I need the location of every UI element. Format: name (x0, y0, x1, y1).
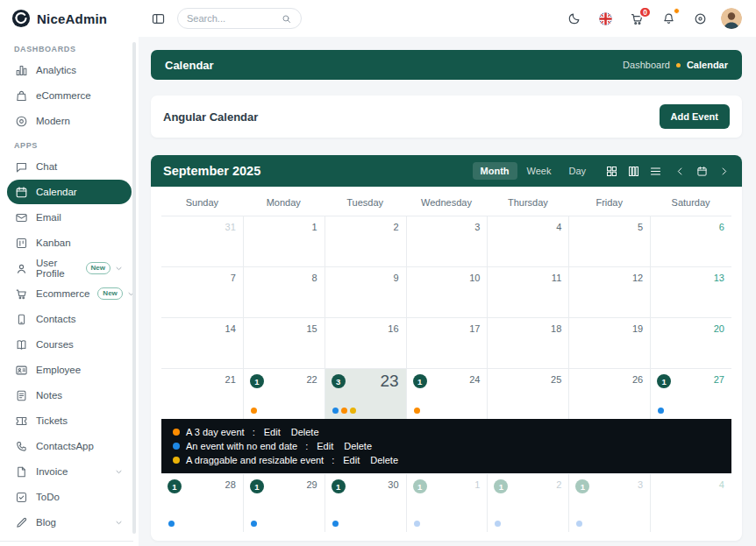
sidebar-item[interactable]: Notes (7, 383, 132, 408)
layout-icon-button[interactable] (605, 165, 618, 178)
sidebar-toggle-icon[interactable] (151, 11, 166, 26)
phone-call-icon (15, 440, 28, 453)
calendar-toolbar: September 2025 MonthWeekDay (151, 155, 742, 187)
user-avatar[interactable] (721, 8, 742, 29)
calendar-day-cell[interactable]: 1 1 (406, 474, 488, 532)
calendar-day-cell[interactable]: 31 (161, 216, 243, 266)
calendar-day-cell[interactable]: 14 (161, 318, 243, 368)
sidebar-item[interactable]: Invoice (7, 459, 132, 484)
sidebar-item[interactable]: ToDo (7, 485, 132, 509)
breadcrumb-dashboard-link[interactable]: Dashboard (623, 60, 670, 70)
sidebar-item[interactable]: ContactsApp (7, 434, 132, 458)
nav-icon-button[interactable] (674, 166, 686, 177)
sidebar-item[interactable]: Ecommerce New (7, 281, 132, 306)
topbar-action-button[interactable]: 0 (630, 11, 645, 26)
calendar-day-cell[interactable]: 3 23 (325, 369, 406, 419)
calendar-day-cell[interactable]: 1 29 (243, 474, 325, 532)
nav-icon-button[interactable] (696, 166, 708, 177)
calendar-day-cell[interactable]: 1 24 (406, 369, 488, 419)
sidebar-section-items: Chat Calendar (0, 154, 139, 535)
sidebar-item[interactable]: Modern (7, 109, 132, 133)
sidebar-item[interactable]: Tickets (7, 408, 132, 433)
calendar-day-cell[interactable]: 18 (487, 318, 568, 368)
topbar-action-button[interactable] (598, 11, 613, 26)
event-edit-link[interactable]: Edit (343, 455, 360, 465)
sidebar-item[interactable]: Email (7, 205, 132, 230)
day-number: 10 (469, 273, 480, 283)
calendar-day-cell[interactable]: 17 (406, 318, 488, 368)
event-edit-link[interactable]: Edit (264, 427, 281, 437)
calendar-day-cell[interactable]: 19 (568, 318, 650, 368)
layout-icon-button[interactable] (649, 165, 662, 178)
calendar-day-cell[interactable]: 13 (650, 267, 731, 317)
calendar-day-cell[interactable]: 1 22 (243, 369, 325, 419)
calendar-day-cell[interactable]: 20 (650, 318, 731, 368)
add-event-button[interactable]: Add Event (660, 104, 730, 129)
brand[interactable]: NiceAdmin (0, 0, 139, 37)
calendar-day-cell[interactable]: 9 (325, 267, 406, 317)
calendar-day-cell[interactable]: 3 (406, 216, 488, 266)
topbar-action-button[interactable] (693, 11, 708, 26)
calendar-day-cell[interactable]: 12 (568, 267, 650, 317)
sidebar-item[interactable]: Employee (7, 358, 132, 382)
event-count-badge: 3 (332, 374, 346, 388)
sidebar-item[interactable]: User Profile New (7, 256, 132, 280)
day-number: 2 (556, 479, 561, 490)
sidebar-section: APPS Chat Ca (0, 141, 139, 535)
sidebar-item[interactable]: Analytics (7, 58, 132, 82)
search-input[interactable] (187, 13, 275, 24)
calendar-day-cell[interactable]: 4 (650, 474, 731, 532)
calendar-day-cell[interactable]: 1 2 (487, 474, 568, 532)
day-number: 24 (469, 374, 480, 385)
event-title: An event with no end date (186, 441, 297, 451)
search-icon[interactable] (281, 13, 292, 25)
calendar-day-cell[interactable]: 16 (325, 318, 406, 368)
sidebar-item[interactable]: Contacts (7, 307, 132, 331)
sidebar-item[interactable]: Blog (7, 510, 132, 535)
sidebar-item-label: Chat (36, 161, 57, 172)
calendar-day-cell[interactable]: 1 28 (161, 474, 243, 532)
calendar-day-cell[interactable]: 6 (650, 216, 731, 266)
view-button[interactable]: Week (519, 162, 560, 180)
sidebar-scrollbar[interactable] (132, 42, 136, 534)
calendar-day-cell[interactable]: 21 (161, 369, 243, 419)
calendar-day-cell[interactable]: 1 27 (650, 369, 731, 419)
view-button[interactable]: Day (560, 162, 594, 180)
event-count-badge: 1 (657, 374, 671, 388)
calendar-day-cell[interactable]: 11 (487, 267, 568, 317)
day-number: 26 (632, 374, 643, 385)
event-delete-link[interactable]: Delete (291, 427, 319, 437)
view-button[interactable]: Month (473, 162, 517, 180)
layout-icon-button[interactable] (627, 165, 640, 178)
sidebar-item[interactable]: Courses (7, 332, 132, 357)
calendar-day-cell[interactable]: 4 (487, 216, 568, 266)
event-delete-link[interactable]: Delete (370, 455, 398, 465)
topbar-action-button[interactable] (567, 11, 581, 26)
day-header: Monday (243, 197, 325, 208)
calendar-day-cell[interactable]: 1 (243, 216, 325, 266)
calendar-day-cell[interactable]: 7 (161, 267, 243, 317)
nav-icon-button[interactable] (718, 166, 730, 177)
event-edit-link[interactable]: Edit (317, 441, 333, 451)
calendar-day-cell[interactable]: 15 (243, 318, 325, 368)
calendar-day-cell[interactable]: 8 (243, 267, 325, 317)
event-delete-link[interactable]: Delete (344, 441, 372, 451)
sidebar-item[interactable]: Calendar (7, 180, 132, 204)
calendar-day-cell[interactable]: 5 (568, 216, 650, 266)
calendar-day-cell[interactable]: 10 (406, 267, 488, 317)
sidebar-item-label: Employee (36, 365, 81, 375)
card-title: Angular Calendar (163, 110, 258, 124)
sidebar-item[interactable]: Chat (7, 154, 132, 179)
calendar-day-cell[interactable]: 25 (487, 369, 568, 419)
search-box (177, 8, 302, 29)
calendar-day-cell[interactable]: 1 3 (568, 474, 650, 532)
calendar-day-cell[interactable]: 26 (568, 369, 650, 419)
event-dots (332, 408, 356, 414)
event-dot (350, 408, 356, 414)
sidebar-item[interactable]: eCommerce (7, 83, 132, 108)
sidebar-item[interactable]: Kanban (7, 230, 132, 255)
calendar-day-cell[interactable]: 2 (325, 216, 406, 266)
calendar-day-cell[interactable]: 1 30 (325, 474, 406, 532)
day-number: 8 (312, 273, 317, 283)
topbar-action-button[interactable] (661, 11, 676, 26)
